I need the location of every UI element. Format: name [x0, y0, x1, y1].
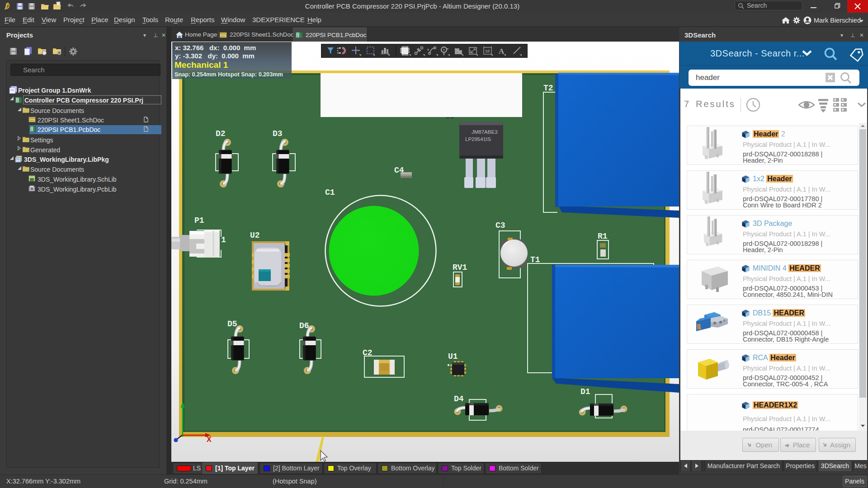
svg-text:1: 1	[221, 235, 226, 244]
svg-text:R1: R1	[598, 232, 608, 241]
svg-text:D2: D2	[216, 129, 226, 138]
svg-text:JM87ABE3: JM87ABE3	[472, 129, 498, 135]
svg-text:D3: D3	[273, 129, 283, 138]
svg-text:10: 10	[485, 49, 490, 53]
svg-text:U2: U2	[250, 231, 260, 240]
svg-text:C3: C3	[495, 221, 505, 230]
svg-text:C1: C1	[325, 188, 335, 197]
svg-text:P1: P1	[194, 216, 204, 225]
svg-text:LP29541IS: LP29541IS	[465, 136, 491, 142]
svg-text:RV1: RV1	[453, 263, 467, 272]
svg-text:D5: D5	[227, 319, 237, 328]
svg-text:A: A	[499, 47, 505, 56]
svg-text:D4: D4	[454, 394, 464, 404]
svg-text:D1: D1	[580, 387, 590, 396]
svg-text:T2: T2	[543, 84, 553, 93]
svg-text:U1: U1	[448, 352, 458, 361]
svg-text:X: X	[207, 436, 212, 443]
